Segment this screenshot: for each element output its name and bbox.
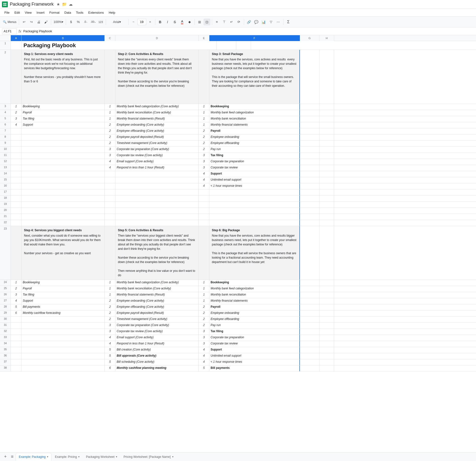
cell-b9[interactable] xyxy=(22,141,105,146)
rotate-button[interactable]: ⟳ xyxy=(236,19,242,25)
cell-a12[interactable] xyxy=(11,159,22,165)
cell-f7[interactable]: Payroll xyxy=(209,128,300,134)
row-num-4[interactable]: 4 xyxy=(0,110,11,116)
row-num-9[interactable]: 9 xyxy=(0,141,11,146)
cell-b8[interactable] xyxy=(22,134,105,140)
cell-h15[interactable] xyxy=(319,177,334,183)
row-num-7[interactable]: 7 xyxy=(0,128,11,134)
cell-a3[interactable]: 1 xyxy=(11,104,22,110)
cell-d7[interactable]: Employee offboarding (Core activity) xyxy=(115,128,199,134)
cell-h13[interactable] xyxy=(319,165,334,171)
highlight-color-button[interactable]: ◆ xyxy=(186,19,193,25)
halign-button[interactable]: ≡ xyxy=(214,19,220,25)
cell-c4[interactable]: 1 xyxy=(105,110,115,116)
row-num-15[interactable]: 15 xyxy=(0,177,11,183)
cell-c14[interactable] xyxy=(105,171,115,177)
cell-f23[interactable]: Step 6: Big Package Now that you have th… xyxy=(209,226,300,280)
cell-g16[interactable] xyxy=(300,183,319,189)
row-num-12[interactable]: 12 xyxy=(0,159,11,165)
font-select[interactable]: Arial ▾ xyxy=(107,19,127,25)
cell-b15[interactable] xyxy=(22,177,105,183)
cell-reference-box[interactable]: A1:F1 xyxy=(2,28,17,34)
cell-g10[interactable] xyxy=(300,147,319,153)
more-button[interactable]: ⋯ xyxy=(275,19,282,25)
cell-e6[interactable]: 1 xyxy=(199,122,209,128)
font-size-input[interactable] xyxy=(137,19,146,25)
cell-h16[interactable] xyxy=(319,183,334,189)
tab-example-pricing[interactable]: Example: Pricing ▾ xyxy=(52,453,82,461)
cell-c11[interactable]: 3 xyxy=(105,153,115,159)
cell-g4[interactable] xyxy=(300,110,319,116)
cell-e11[interactable]: 3 xyxy=(199,153,209,159)
menu-format[interactable]: Format xyxy=(47,10,62,15)
currency-button[interactable]: $ xyxy=(68,19,74,25)
cell-d10[interactable]: Corporate tax preparation (Core activity… xyxy=(115,147,199,153)
print-button[interactable]: 🖨 xyxy=(35,19,42,25)
cell-d11[interactable]: Corporate tax review (Core activity) xyxy=(115,153,199,159)
cell-e7[interactable]: 2 xyxy=(199,128,209,134)
bold-button[interactable]: B xyxy=(157,19,164,25)
col-header-e[interactable]: E xyxy=(199,35,209,41)
cell-h10[interactable] xyxy=(319,147,334,153)
cell-b1[interactable]: Packaging Playbook xyxy=(22,41,217,50)
cell-c2[interactable] xyxy=(105,50,115,104)
cell-c3[interactable]: 1 xyxy=(105,104,115,110)
cell-b23[interactable]: Step 4: Services you biggest client need… xyxy=(22,226,105,280)
cell-d2[interactable]: Step 2: Core Activities & Results Next t… xyxy=(115,50,199,104)
cell-h11[interactable] xyxy=(319,153,334,159)
cell-d4[interactable]: Monthly bank reconciliation (Core activi… xyxy=(115,110,199,116)
cell-b2[interactable]: Step 1: Services every client needs Firs… xyxy=(22,50,105,104)
row-num-1[interactable]: 1 xyxy=(0,41,11,50)
row-num-3[interactable]: 3 xyxy=(0,104,11,110)
tab-arrow-packaging-worksheet[interactable]: ▾ xyxy=(116,455,117,458)
cell-a7[interactable] xyxy=(11,128,22,134)
cell-c15[interactable] xyxy=(105,177,115,183)
cell-f12[interactable]: Corporate tax preparation xyxy=(209,159,300,165)
cell-g14[interactable] xyxy=(300,171,319,177)
cell-g23[interactable] xyxy=(300,226,319,280)
cell-b10[interactable] xyxy=(22,147,105,153)
cell-g15[interactable] xyxy=(300,177,319,183)
cell-a16[interactable] xyxy=(11,183,22,189)
cell-f16[interactable]: < 1 hour response times xyxy=(209,183,300,189)
menu-help[interactable]: Help xyxy=(106,10,118,15)
row-num-2[interactable]: 2 xyxy=(0,50,11,104)
cell-b13[interactable] xyxy=(22,165,105,171)
merge-button[interactable]: ⊡ xyxy=(204,19,210,25)
row-num-11[interactable]: 11 xyxy=(0,153,11,159)
cell-e10[interactable]: 2 xyxy=(199,147,209,153)
cell-h23[interactable] xyxy=(319,226,334,280)
cell-a9[interactable] xyxy=(11,141,22,146)
cell-c9[interactable]: 2 xyxy=(105,141,115,146)
cell-f3[interactable]: Bookkeeping xyxy=(209,104,300,110)
cell-e9[interactable]: 2 xyxy=(199,141,209,146)
cell-g11[interactable] xyxy=(300,153,319,159)
cell-f4[interactable]: Monthly bank feed categorization xyxy=(209,110,300,116)
cell-f11[interactable]: Tax filing xyxy=(209,153,300,159)
cell-d3[interactable]: Monthly bank feed categorization (Core a… xyxy=(115,104,199,110)
row-num-6[interactable]: 6 xyxy=(0,122,11,128)
filter-button[interactable]: ▽ xyxy=(268,19,274,25)
font-increase-button[interactable]: + xyxy=(147,19,154,25)
tab-arrow-example-packaging[interactable]: ▾ xyxy=(47,455,48,458)
cell-a1[interactable] xyxy=(11,41,22,50)
cell-a6[interactable]: 4 xyxy=(11,122,22,128)
cell-c7[interactable]: 2 xyxy=(105,128,115,134)
tab-packaging-worksheet[interactable]: Packaging Worksheet ▾ xyxy=(83,453,120,461)
cell-d23[interactable]: Step 5: Core Activities & Results Then t… xyxy=(115,226,199,280)
menu-edit[interactable]: Edit xyxy=(12,10,22,15)
cell-e16[interactable]: 4 xyxy=(199,183,209,189)
cell-e15[interactable]: 4 xyxy=(199,177,209,183)
menu-insert[interactable]: Insert xyxy=(34,10,47,15)
cell-g9[interactable] xyxy=(300,141,319,146)
cell-b11[interactable] xyxy=(22,153,105,159)
italic-button[interactable]: I xyxy=(164,19,171,25)
cell-f9[interactable]: Employee offboarding xyxy=(209,141,300,146)
sum-button[interactable]: Σ xyxy=(285,19,292,25)
cell-g1[interactable] xyxy=(217,41,236,50)
cell-h4[interactable] xyxy=(319,110,334,116)
cell-d12[interactable]: Email support (Core activity) xyxy=(115,159,199,165)
folder-icon[interactable]: 📁 xyxy=(62,2,67,7)
cell-g8[interactable] xyxy=(300,134,319,140)
row-num-13[interactable]: 13 xyxy=(0,165,11,171)
